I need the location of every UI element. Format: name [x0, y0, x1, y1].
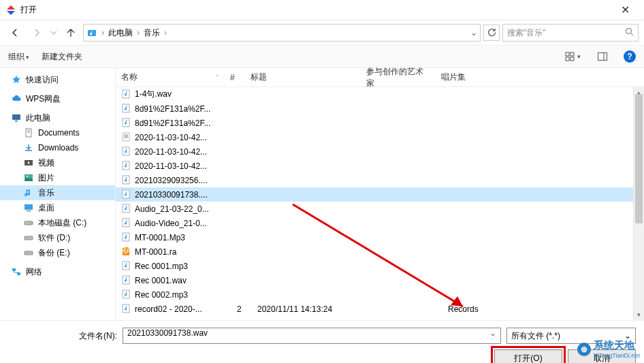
close-button[interactable]: ✕: [611, 3, 639, 16]
file-row[interactable]: MT-0001.Mp3: [116, 230, 644, 244]
sidebar-downloads[interactable]: Downloads: [0, 140, 115, 155]
filename-dropdown-icon[interactable]: ⌄: [489, 328, 496, 338]
breadcrumb-this-pc[interactable]: 此电脑: [106, 27, 135, 39]
sidebar-videos[interactable]: 视频: [0, 155, 115, 170]
svg-rect-12: [15, 121, 18, 122]
address-bar[interactable]: › 此电脑 › 音乐 › ⌄: [83, 24, 481, 42]
sidebar-soft-d[interactable]: 软件 (D:): [0, 230, 115, 245]
file-name: MT-0001.Mp3: [135, 233, 237, 242]
file-name: 8d91%2F131a%2F...: [135, 104, 237, 114]
open-button[interactable]: 打开(O): [494, 349, 562, 363]
file-row[interactable]: 2020-11-03-10-42...: [116, 130, 644, 144]
file-row[interactable]: Audio_21-03-22_0...: [116, 202, 644, 216]
svg-point-24: [31, 223, 32, 224]
file-row[interactable]: 8d91%2F131a%2F...: [116, 101, 644, 116]
sidebar-network[interactable]: 网络: [0, 264, 115, 279]
sidebar-local-c[interactable]: 本地磁盘 (C:): [0, 215, 115, 230]
pc-icon: [11, 112, 22, 123]
address-dropdown[interactable]: ⌄: [470, 28, 477, 37]
back-button[interactable]: [5, 25, 25, 41]
file-icon: [121, 289, 132, 300]
music-icon: [23, 187, 34, 198]
file-name: 2020-11-03-10-42...: [135, 161, 237, 171]
file-icon: [121, 204, 132, 215]
file-name: Audio-Video_21-0...: [135, 219, 237, 228]
forward-button[interactable]: [27, 25, 46, 41]
file-icon: [121, 232, 132, 243]
window-title: 打开: [20, 4, 611, 16]
svg-point-19: [27, 176, 28, 177]
sidebar-pictures[interactable]: 图片: [0, 170, 115, 185]
filename-input[interactable]: 20210330091738.wav ⌄: [123, 328, 501, 344]
file-name: Rec 0001.mp3: [135, 262, 237, 271]
sidebar-backup-e[interactable]: 备份 (E:): [0, 245, 115, 260]
music-folder-icon: [86, 27, 97, 38]
view-mode-button[interactable]: ▾: [564, 49, 581, 64]
column-title[interactable]: 标题: [245, 72, 361, 83]
column-artist[interactable]: 参与创作的艺术家: [361, 66, 436, 89]
column-num[interactable]: #: [225, 73, 245, 82]
svg-rect-25: [25, 236, 33, 240]
file-row[interactable]: Rec 0002.mp3: [116, 287, 644, 302]
file-num: 2: [237, 304, 257, 314]
svg-rect-20: [25, 204, 33, 210]
help-button[interactable]: ?: [624, 50, 636, 63]
desktop-icon: [23, 202, 34, 213]
svg-rect-28: [17, 272, 20, 275]
sidebar-desktop[interactable]: 桌面: [0, 200, 115, 215]
file-row[interactable]: record02 - 2020-...22020/11/11 14:13:24R…: [116, 302, 644, 316]
preview-pane-button[interactable]: [594, 49, 611, 64]
search-input[interactable]: 搜索"音乐": [502, 24, 639, 42]
sidebar-this-pc[interactable]: 此电脑: [0, 110, 115, 125]
scrollbar-vertical[interactable]: ▴ ▾: [633, 87, 644, 320]
scroll-down-arrow[interactable]: ▾: [634, 309, 644, 320]
sidebar-music[interactable]: 音乐: [0, 185, 115, 200]
search-icon: [625, 27, 634, 38]
new-folder-button[interactable]: 新建文件夹: [42, 51, 82, 63]
scroll-thumb[interactable]: [635, 94, 643, 223]
file-row[interactable]: RAMT-0001.ra: [116, 244, 644, 259]
file-icon: [121, 189, 132, 200]
svg-text:RA: RA: [121, 247, 131, 255]
svg-rect-7: [566, 57, 569, 61]
svg-marker-1: [7, 11, 15, 15]
picture-icon: [23, 172, 34, 183]
file-row[interactable]: 2020-11-03-10-42...: [116, 144, 644, 159]
file-row[interactable]: 20210330091738....: [116, 187, 644, 202]
filename-label: 文件名(N):: [8, 330, 117, 342]
breadcrumb-music[interactable]: 音乐: [141, 27, 163, 39]
recent-dropdown[interactable]: [49, 25, 59, 41]
file-icon: [121, 118, 132, 129]
svg-rect-26: [25, 251, 33, 255]
file-icon: [121, 218, 132, 229]
organize-button[interactable]: 组织▾: [8, 51, 29, 63]
file-row[interactable]: 8d91%2F131a%2F...: [116, 116, 644, 130]
file-album: Records: [448, 304, 644, 314]
video-icon: [23, 157, 34, 168]
column-name[interactable]: 名称˄: [116, 72, 225, 83]
file-row[interactable]: Rec 0001.mp3: [116, 259, 644, 273]
file-row[interactable]: Rec 0001.wav: [116, 273, 644, 287]
sidebar-wps[interactable]: WPS网盘: [0, 91, 115, 106]
file-row[interactable]: 20210329093256....: [116, 173, 644, 187]
chevron-right-icon: ›: [100, 28, 106, 37]
app-icon: [5, 5, 16, 16]
file-title: 2020/11/11 14:13:24: [257, 304, 373, 314]
file-row[interactable]: 1-4句.wav: [116, 87, 644, 101]
chevron-right-icon: ›: [163, 28, 168, 37]
file-name: 20210330091738....: [135, 190, 237, 200]
sidebar-quick-access[interactable]: 快速访问: [0, 72, 115, 87]
file-row[interactable]: Audio-Video_21-0...: [116, 216, 644, 230]
svg-rect-11: [12, 114, 20, 120]
file-row[interactable]: 2020-11-03-10-42...: [116, 159, 644, 173]
svg-marker-0: [7, 5, 15, 10]
svg-rect-6: [570, 52, 574, 56]
file-icon: [121, 89, 132, 100]
refresh-button[interactable]: [483, 25, 500, 41]
sidebar-documents[interactable]: Documents: [0, 125, 115, 140]
column-album[interactable]: 唱片集: [436, 72, 644, 83]
watermark: ⊕ 系统天地 XiTongTianDi.net: [577, 339, 640, 359]
up-button[interactable]: [61, 25, 80, 41]
file-name: Rec 0002.mp3: [135, 290, 237, 300]
svg-rect-8: [570, 57, 574, 61]
